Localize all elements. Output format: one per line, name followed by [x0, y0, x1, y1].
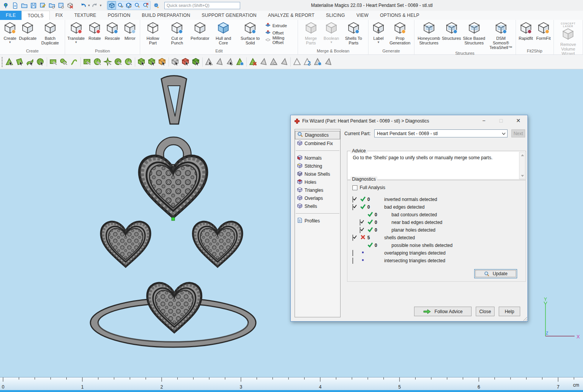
ribbon-button-translate[interactable]: Translate▾ [66, 21, 86, 44]
tab-fix[interactable]: FIX [50, 11, 69, 20]
ribbon-button-boolean[interactable]: Boolean▾ [323, 21, 340, 44]
ribbon-button-extrude[interactable]: Extrude [264, 22, 296, 29]
model-earring-heart-left[interactable] [101, 222, 150, 266]
ribbon-button-perforator[interactable]: Perforator [190, 21, 210, 41]
diagnostic-checkbox[interactable] [360, 219, 360, 225]
ribbon-button-hollow-part[interactable]: Hollow Part [141, 21, 164, 46]
select-marked-part-tool[interactable] [180, 57, 191, 67]
sidebar-item-noise-shells[interactable]: Noise Shells [295, 170, 340, 178]
quick-search-input[interactable] [164, 2, 240, 9]
full-analysis-checkbox[interactable] [352, 185, 357, 190]
next-button[interactable]: Next [511, 129, 525, 137]
follow-advice-button[interactable]: Follow Advice [414, 307, 472, 316]
undo-dropdown-icon[interactable]: ▾ [88, 4, 90, 7]
ribbon-button-surface-to-solid[interactable]: Surface to Solid [237, 21, 264, 46]
ribbon-button-cut-or-punch[interactable]: Cut or Punch [164, 21, 190, 46]
maximize-icon[interactable]: □ [496, 116, 506, 125]
scroll-up-icon[interactable] [521, 154, 524, 156]
toolbar-drag-handle[interactable] [2, 57, 3, 67]
open-file-icon[interactable] [20, 1, 28, 10]
save-project-icon[interactable] [57, 1, 65, 10]
select-shell-tool[interactable] [35, 57, 46, 67]
minimize-icon[interactable]: − [478, 116, 489, 125]
sidebar-item-holes[interactable]: Holes [295, 178, 340, 186]
select-visible-part-tool[interactable] [147, 57, 157, 67]
mark-triangle-gray-tool[interactable] [204, 57, 214, 67]
ribbon-button-hull-and-core[interactable]: Hull and Core [210, 21, 237, 46]
grow-selection-tool[interactable] [269, 57, 279, 67]
remove-part-icon[interactable] [66, 1, 74, 10]
close-icon[interactable]: ✕ [513, 116, 524, 125]
mark-surface-gray-tool[interactable] [224, 57, 235, 67]
circle-selection-tool[interactable] [59, 57, 69, 67]
magics-app-icon[interactable] [2, 1, 10, 10]
resize-grip[interactable] [521, 315, 527, 321]
zoom-to-part-icon[interactable] [116, 1, 124, 10]
select-plane-tool[interactable] [15, 57, 25, 67]
diagnostic-checkbox[interactable] [352, 204, 353, 210]
open-project-icon[interactable] [47, 1, 56, 10]
ribbon-button-shells-to-parts[interactable]: Shells To Parts [340, 21, 367, 46]
ribbon-button-create[interactable]: Create▾ [1, 21, 19, 44]
diagnostic-checkbox[interactable] [352, 258, 353, 264]
current-part-combobox[interactable]: Heart Pendant Set - 0069 - stl [374, 129, 508, 137]
ribbon-button-slice-based-structures[interactable]: Slice Based Structures [461, 21, 488, 46]
sidebar-item-overlaps[interactable]: Overlaps [295, 194, 340, 202]
select-through-part-tool[interactable] [136, 57, 147, 67]
view-cube-icon[interactable] [108, 1, 116, 10]
update-button[interactable]: Update [474, 269, 517, 278]
ribbon-button-batch-duplicate[interactable]: Batch Duplicate [37, 21, 64, 46]
orient-triangles-tool[interactable] [313, 57, 323, 67]
tab-support-generation[interactable]: SUPPORT GENERATION [196, 11, 262, 20]
help-button[interactable]: Help [499, 307, 520, 316]
new-document-icon[interactable] [11, 1, 19, 10]
select-surface-tool[interactable] [25, 57, 35, 67]
ribbon-button-rapidfit[interactable]: Rapidfit [517, 21, 535, 41]
close-button[interactable]: Close [476, 307, 495, 316]
diagnostic-checkbox[interactable] [352, 250, 353, 256]
sidebar-item-shells[interactable]: Shells [295, 202, 340, 210]
zoom-out-icon[interactable] [141, 1, 150, 10]
tab-position[interactable]: POSITION [102, 11, 136, 20]
ribbon-button-merge-parts[interactable]: Merge Parts [299, 21, 323, 46]
tab-file[interactable]: FILE [0, 11, 21, 20]
select-colored-part-tool[interactable] [157, 57, 167, 67]
invert-marked-tool[interactable] [258, 57, 269, 67]
save-as-icon[interactable] [38, 1, 47, 10]
sidebar-item-diagnostics[interactable]: Diagnostics [295, 131, 340, 139]
tab-tools[interactable]: TOOLS [21, 11, 49, 20]
fix-wizard-titlebar[interactable]: Fix Wizard (Part: Heart Pendant Set - 00… [291, 115, 527, 127]
sidebar-item-normals[interactable]: Normals [295, 154, 340, 162]
subdivide-triangles-tool[interactable] [302, 57, 313, 67]
tab-analyze-report[interactable]: ANALYZE & REPORT [262, 11, 320, 20]
viewport-3d[interactable]: Y X Z Fix Wizard (Part: Heart Pendant Se… [0, 69, 583, 377]
fill-selection-tool[interactable] [279, 57, 289, 67]
sidebar-item-triangles[interactable]: Triangles [295, 186, 340, 194]
tab-options-help[interactable]: OPTIONS & HELP [374, 11, 425, 20]
ribbon-button-mirror[interactable]: Mirror [121, 21, 139, 41]
mark-plane-gray-tool[interactable] [214, 57, 224, 67]
wedge-selection-tool[interactable] [123, 57, 134, 67]
zoom-in-icon[interactable] [133, 1, 141, 10]
fan-selection-tool[interactable] [113, 57, 123, 67]
window-selection-tool[interactable] [82, 57, 92, 67]
sidebar-item-stitching[interactable]: Stitching [295, 162, 340, 170]
ribbon-button-duplicate[interactable]: Duplicate [19, 21, 37, 41]
full-analysis-checkbox-row[interactable]: Full Analysis [352, 185, 385, 190]
ribbon-button-prop-generation[interactable]: Prop Generation [387, 21, 413, 46]
pie-selection-tool[interactable] [92, 57, 103, 67]
ribbon-button-dsm-somos-tetrashell-[interactable]: DSM Somos® TetraShell™ [488, 21, 514, 51]
ribbon-button-rescale[interactable]: Rescale [103, 21, 121, 41]
tab-texture[interactable]: TEXTURE [69, 11, 102, 20]
diagnostic-checkbox[interactable] [360, 227, 360, 233]
sidebar-item-combined-fix[interactable]: Combined Fix [295, 139, 340, 147]
select-shell-cube-tool[interactable] [191, 57, 201, 67]
diagnostic-checkbox[interactable] [352, 235, 353, 241]
ribbon-button-rotate[interactable]: Rotate [86, 21, 103, 41]
freeform-selection-tool[interactable] [69, 57, 79, 67]
diagnostic-checkbox[interactable] [352, 196, 353, 203]
redo-dropdown-icon[interactable]: ▾ [100, 4, 102, 7]
ribbon-button-honeycomb-structures[interactable]: Honeycomb Structures [416, 21, 442, 46]
zoom-screen-icon[interactable] [124, 1, 133, 10]
delete-marked-triangles-tool[interactable] [248, 57, 258, 67]
